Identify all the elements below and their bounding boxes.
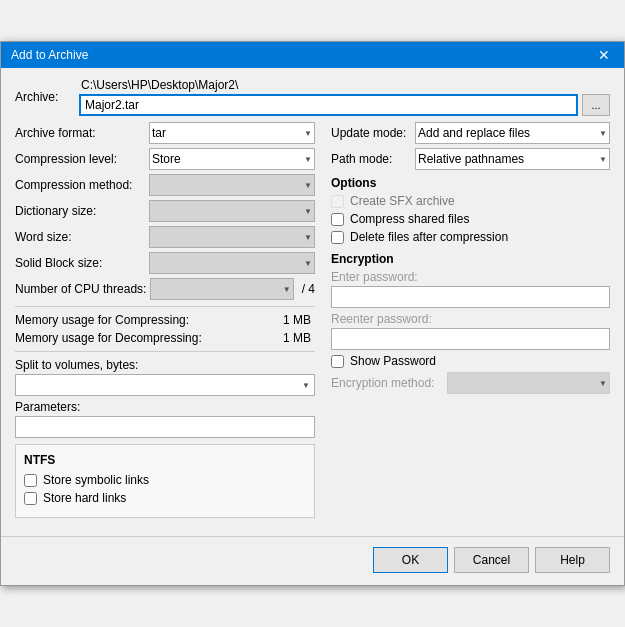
reenter-password-label: Reenter password:: [331, 312, 610, 326]
store-hard-links-row[interactable]: Store hard links: [24, 491, 306, 505]
right-column: Update mode: Add and replace files ▼ Pat…: [331, 122, 610, 518]
memory-compressing-row: Memory usage for Compressing: 1 MB: [15, 313, 315, 327]
solid-block-size-arrow: ▼: [304, 259, 312, 268]
path-mode-value: Relative pathnames: [418, 152, 597, 166]
store-hard-links-checkbox[interactable]: [24, 492, 37, 505]
archive-row: Archive: C:\Users\HP\Desktop\Major2\ ...: [15, 78, 610, 116]
split-volumes-arrow: ▼: [302, 381, 310, 390]
create-sfx-label: Create SFX archive: [350, 194, 455, 208]
compression-method-label: Compression method:: [15, 178, 145, 192]
path-mode-select[interactable]: Relative pathnames ▼: [415, 148, 610, 170]
update-mode-select[interactable]: Add and replace files ▼: [415, 122, 610, 144]
memory-decompressing-value: 1 MB: [255, 331, 315, 345]
delete-after-compression-row[interactable]: Delete files after compression: [331, 230, 610, 244]
add-to-archive-dialog: Add to Archive ✕ Archive: C:\Users\HP\De…: [0, 41, 625, 586]
ntfs-title: NTFS: [24, 453, 306, 467]
cpu-threads-select: ▼: [150, 278, 293, 300]
options-title: Options: [331, 176, 610, 190]
parameters-label: Parameters:: [15, 400, 315, 414]
compression-method-select: ▼: [149, 174, 315, 196]
dialog-title: Add to Archive: [11, 48, 88, 62]
create-sfx-checkbox: [331, 195, 344, 208]
update-mode-row: Update mode: Add and replace files ▼: [331, 122, 610, 144]
encryption-method-arrow: ▼: [599, 379, 607, 388]
parameters-input[interactable]: [15, 416, 315, 438]
ntfs-box: NTFS Store symbolic links Store hard lin…: [15, 444, 315, 518]
browse-button[interactable]: ...: [582, 94, 610, 116]
word-size-row: Word size: ▼: [15, 226, 315, 248]
main-columns: Archive format: tar ▼ Compression level:…: [15, 122, 610, 518]
parameters-row: Parameters:: [15, 400, 315, 438]
archive-format-select[interactable]: tar ▼: [149, 122, 315, 144]
store-sym-links-label: Store symbolic links: [43, 473, 149, 487]
memory-decompressing-label: Memory usage for Decompressing:: [15, 331, 255, 345]
ok-button[interactable]: OK: [373, 547, 448, 573]
compression-level-value: Store: [152, 152, 302, 166]
split-volumes-select[interactable]: ▼: [15, 374, 315, 396]
enter-password-label: Enter password:: [331, 270, 610, 284]
archive-path-static: C:\Users\HP\Desktop\Major2\: [81, 78, 610, 92]
compression-level-label: Compression level:: [15, 152, 145, 166]
archive-path-col: C:\Users\HP\Desktop\Major2\ ...: [79, 78, 610, 116]
delete-after-compression-checkbox[interactable]: [331, 231, 344, 244]
compression-level-row: Compression level: Store ▼: [15, 148, 315, 170]
dictionary-size-label: Dictionary size:: [15, 204, 145, 218]
archive-format-value: tar: [152, 126, 302, 140]
archive-input-row: ...: [79, 94, 610, 116]
word-size-arrow: ▼: [304, 233, 312, 242]
show-password-checkbox[interactable]: [331, 355, 344, 368]
archive-format-arrow: ▼: [304, 129, 312, 138]
left-column: Archive format: tar ▼ Compression level:…: [15, 122, 315, 518]
solid-block-size-row: Solid Block size: ▼: [15, 252, 315, 274]
show-password-row[interactable]: Show Password: [331, 354, 610, 368]
split-volumes-row: Split to volumes, bytes: ▼: [15, 358, 315, 396]
cpu-threads-label: Number of CPU threads:: [15, 282, 146, 296]
compression-level-select[interactable]: Store ▼: [149, 148, 315, 170]
archive-format-label: Archive format:: [15, 126, 145, 140]
cancel-button[interactable]: Cancel: [454, 547, 529, 573]
compress-shared-label: Compress shared files: [350, 212, 469, 226]
cpu-threads-row: Number of CPU threads: ▼ / 4: [15, 278, 315, 300]
store-sym-links-row[interactable]: Store symbolic links: [24, 473, 306, 487]
memory-compressing-value: 1 MB: [255, 313, 315, 327]
dialog-body: Archive: C:\Users\HP\Desktop\Major2\ ...…: [1, 68, 624, 528]
dictionary-size-select: ▼: [149, 200, 315, 222]
store-sym-links-checkbox[interactable]: [24, 474, 37, 487]
dictionary-size-arrow: ▼: [304, 207, 312, 216]
word-size-label: Word size:: [15, 230, 145, 244]
show-password-label: Show Password: [350, 354, 436, 368]
archive-label: Archive:: [15, 90, 73, 104]
dialog-footer: OK Cancel Help: [1, 536, 624, 585]
split-volumes-label: Split to volumes, bytes:: [15, 358, 315, 372]
help-button[interactable]: Help: [535, 547, 610, 573]
create-sfx-row: Create SFX archive: [331, 194, 610, 208]
path-mode-arrow: ▼: [599, 155, 607, 164]
solid-block-size-label: Solid Block size:: [15, 256, 145, 270]
archive-input[interactable]: [79, 94, 578, 116]
store-hard-links-label: Store hard links: [43, 491, 126, 505]
encryption-method-row: Encryption method: ▼: [331, 372, 610, 394]
memory-decompressing-row: Memory usage for Decompressing: 1 MB: [15, 331, 315, 345]
encryption-method-select: ▼: [447, 372, 610, 394]
cpu-threads-total: / 4: [302, 282, 315, 296]
compression-method-row: Compression method: ▼: [15, 174, 315, 196]
encryption-section: Encryption Enter password: Reenter passw…: [331, 252, 610, 394]
options-section: Options Create SFX archive Compress shar…: [331, 176, 610, 244]
compress-shared-checkbox[interactable]: [331, 213, 344, 226]
word-size-select: ▼: [149, 226, 315, 248]
update-mode-value: Add and replace files: [418, 126, 597, 140]
cpu-threads-arrow: ▼: [283, 285, 291, 294]
delete-after-compression-label: Delete files after compression: [350, 230, 508, 244]
encryption-method-label: Encryption method:: [331, 376, 441, 390]
enter-password-input[interactable]: [331, 286, 610, 308]
title-bar: Add to Archive ✕: [1, 42, 624, 68]
reenter-password-input[interactable]: [331, 328, 610, 350]
compression-level-arrow: ▼: [304, 155, 312, 164]
close-button[interactable]: ✕: [594, 48, 614, 62]
dictionary-size-row: Dictionary size: ▼: [15, 200, 315, 222]
compress-shared-row[interactable]: Compress shared files: [331, 212, 610, 226]
compression-method-arrow: ▼: [304, 181, 312, 190]
path-mode-label: Path mode:: [331, 152, 411, 166]
path-mode-row: Path mode: Relative pathnames ▼: [331, 148, 610, 170]
update-mode-arrow: ▼: [599, 129, 607, 138]
